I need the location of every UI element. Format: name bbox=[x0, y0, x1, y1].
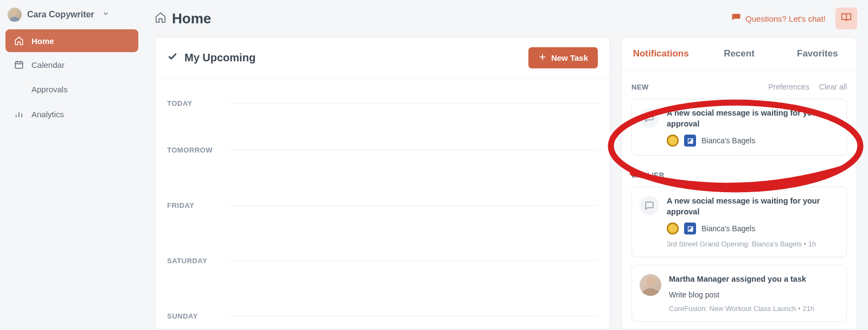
brand-badge-icon bbox=[667, 223, 679, 234]
clear-all-link[interactable]: Clear all bbox=[819, 82, 847, 91]
nav: Home Calendar Approvals Analytics bbox=[5, 29, 138, 125]
notification-card[interactable]: A new social message is waiting for your… bbox=[631, 99, 847, 156]
chevron-down-icon bbox=[102, 10, 110, 20]
section-new-header: NEW Preferences Clear all bbox=[631, 82, 847, 91]
svg-rect-1 bbox=[15, 62, 23, 68]
preferences-link[interactable]: Preferences bbox=[768, 82, 809, 91]
brand-name: Bianca's Bagels bbox=[701, 136, 755, 145]
upcoming-title-wrap: My Upcoming bbox=[167, 51, 256, 65]
day-label: SATURDAY bbox=[167, 257, 219, 265]
chat-link-label: Questions? Let's chat! bbox=[745, 14, 826, 23]
avatar bbox=[640, 274, 661, 296]
section-label: NEW bbox=[631, 83, 649, 91]
tab-favorites[interactable]: Favorites bbox=[778, 37, 857, 70]
day-row: SATURDAY bbox=[167, 233, 598, 288]
sidebar-item-label: Analytics bbox=[31, 110, 64, 119]
calendar-icon bbox=[14, 60, 24, 69]
divider bbox=[228, 205, 598, 206]
day-label: FRIDAY bbox=[167, 201, 219, 210]
divider bbox=[228, 150, 598, 150]
divider bbox=[228, 261, 598, 261]
day-row: SUNDAY bbox=[167, 288, 598, 330]
avatar bbox=[8, 8, 22, 22]
sidebar-item-label: Home bbox=[31, 36, 54, 46]
notification-title: Martha Manager assigned you a task bbox=[669, 274, 838, 285]
day-row: TOMORROW bbox=[167, 122, 598, 177]
message-icon bbox=[640, 108, 659, 128]
svg-point-0 bbox=[12, 10, 17, 15]
day-label: SUNDAY bbox=[167, 312, 219, 320]
upcoming-panel: My Upcoming New Task TODAY TOMORROW FRID… bbox=[155, 37, 610, 330]
notification-subtext: Write blog post bbox=[669, 290, 838, 299]
divider bbox=[228, 103, 598, 104]
notifications-body: NEW Preferences Clear all A new social m… bbox=[622, 71, 857, 329]
book-icon bbox=[841, 12, 852, 25]
divider bbox=[228, 316, 598, 316]
day-label: TOMORROW bbox=[167, 146, 219, 154]
notifications-tabs: Notifications Recent Favorites bbox=[622, 37, 857, 71]
notification-card[interactable]: A new social message is waiting for your… bbox=[631, 187, 847, 257]
upcoming-header: My Upcoming New Task bbox=[155, 37, 610, 79]
brand-name: Bianca's Bagels bbox=[701, 224, 755, 233]
sidebar-item-home[interactable]: Home bbox=[5, 29, 138, 52]
analytics-icon bbox=[14, 109, 24, 119]
home-icon bbox=[155, 11, 167, 26]
day-row: TODAY bbox=[167, 84, 598, 122]
platform-badge-icon: ◪ bbox=[684, 135, 696, 147]
guide-button[interactable] bbox=[835, 8, 857, 29]
section-earlier-header: EARLIER bbox=[631, 171, 847, 179]
content-row: My Upcoming New Task TODAY TOMORROW FRID… bbox=[155, 37, 857, 330]
notification-card[interactable]: Martha Manager assigned you a task Write… bbox=[631, 265, 847, 322]
notification-title: A new social message is waiting for your… bbox=[667, 196, 838, 217]
svg-point-10 bbox=[646, 277, 655, 286]
sidebar-item-analytics[interactable]: Analytics bbox=[5, 103, 138, 125]
sidebar-item-calendar[interactable]: Calendar bbox=[5, 53, 138, 76]
new-task-label: New Task bbox=[551, 53, 588, 62]
topbar-right: Questions? Let's chat! bbox=[731, 8, 857, 29]
notification-meta: 3rd Street Grand Opening: Bianca's Bagel… bbox=[667, 240, 838, 248]
day-row: FRIDAY bbox=[167, 177, 598, 233]
topbar: Home Questions? Let's chat! bbox=[155, 5, 857, 37]
sidebar: Cara Copywriter Home Calendar Approvals bbox=[0, 0, 144, 330]
check-icon bbox=[167, 51, 178, 65]
plus-icon bbox=[538, 53, 547, 63]
section-label: EARLIER bbox=[631, 171, 665, 179]
days-list: TODAY TOMORROW FRIDAY SATURDAY SUNDAY bbox=[155, 79, 610, 330]
brand-badge-icon bbox=[667, 135, 679, 147]
sidebar-item-label: Approvals bbox=[31, 85, 68, 94]
notification-meta: CoreFusion: New Workout Class Launch • 2… bbox=[669, 304, 838, 313]
brand-row: ◪ Bianca's Bagels bbox=[667, 223, 838, 234]
brand-row: ◪ Bianca's Bagels bbox=[667, 135, 838, 147]
notification-title: A new social message is waiting for your… bbox=[667, 108, 838, 129]
platform-badge-icon: ◪ bbox=[684, 223, 696, 234]
tab-notifications[interactable]: Notifications bbox=[622, 37, 700, 70]
sidebar-item-label: Calendar bbox=[31, 60, 65, 69]
user-name: Cara Copywriter bbox=[27, 10, 94, 20]
home-icon bbox=[14, 36, 24, 46]
new-task-button[interactable]: New Task bbox=[528, 47, 598, 68]
message-icon bbox=[640, 196, 659, 215]
chat-link[interactable]: Questions? Let's chat! bbox=[731, 13, 826, 24]
upcoming-title: My Upcoming bbox=[184, 52, 256, 64]
chat-icon bbox=[731, 13, 741, 24]
tab-recent[interactable]: Recent bbox=[700, 37, 778, 70]
sidebar-item-approvals[interactable]: Approvals bbox=[5, 77, 138, 101]
day-label: TODAY bbox=[167, 99, 219, 107]
page-title: Home bbox=[172, 10, 211, 27]
user-switcher[interactable]: Cara Copywriter bbox=[5, 5, 138, 29]
main: Home Questions? Let's chat! bbox=[144, 0, 868, 330]
page-title-wrap: Home bbox=[155, 10, 211, 27]
notifications-panel: Notifications Recent Favorites NEW Prefe… bbox=[621, 37, 857, 330]
